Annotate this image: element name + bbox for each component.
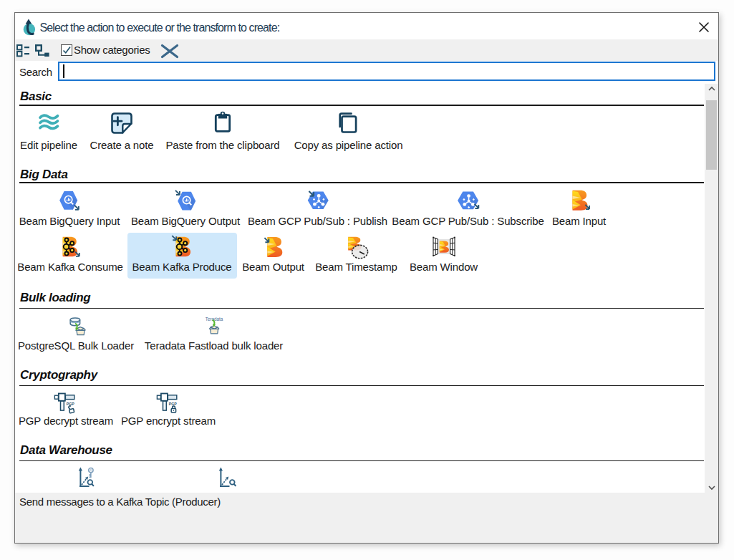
svg-text:PGP: PGP	[169, 402, 177, 406]
svg-text:PGP: PGP	[67, 402, 74, 406]
